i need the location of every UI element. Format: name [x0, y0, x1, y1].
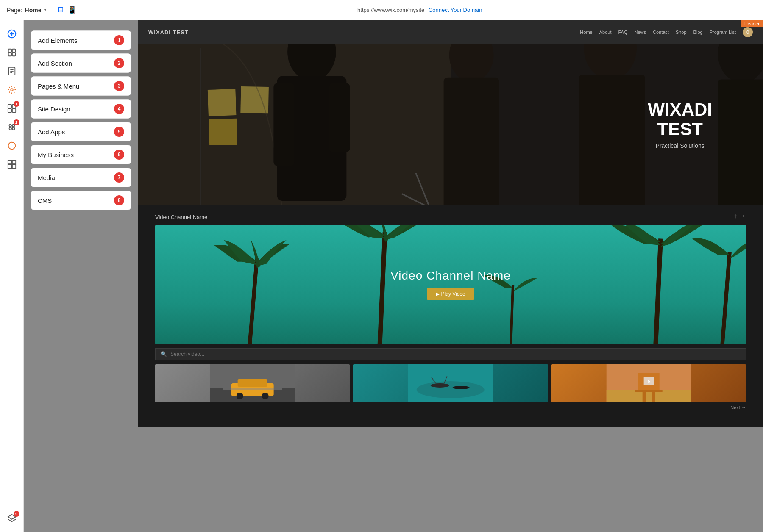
svg-point-18 — [9, 127, 11, 130]
nav-blog[interactable]: Blog — [693, 30, 703, 35]
left-panel: Add Elements 1 Add Section 2 Pages & Men… — [24, 20, 138, 532]
nav-home[interactable]: Home — [580, 30, 592, 35]
my-business-btn[interactable]: My Business 6 — [31, 145, 131, 164]
device-icons: 🖥 📱 — [56, 6, 77, 15]
nav-shop[interactable]: Shop — [676, 30, 687, 35]
url-bar: https://www.wix.com/mysite Connect Your … — [84, 7, 757, 13]
sidebar-layers-btn[interactable]: 9 — [3, 510, 20, 527]
cart-icon[interactable]: 0 — [743, 27, 753, 37]
play-video-btn[interactable]: ▶ Play Video — [427, 288, 474, 300]
sidebar-media-btn[interactable] — [3, 137, 20, 154]
sidebar-business-btn[interactable]: 2 — [3, 119, 20, 136]
more-icon[interactable]: ⋮ — [740, 213, 746, 220]
desktop-icon[interactable]: 🖥 — [56, 6, 64, 14]
page-selector[interactable]: Page: Home ▾ — [7, 7, 46, 14]
svg-rect-12 — [8, 105, 11, 108]
cms-btn[interactable]: CMS 8 — [31, 191, 131, 210]
nav-faq[interactable]: FAQ — [618, 30, 627, 35]
add-elements-btn[interactable]: Add Elements 1 — [31, 30, 131, 50]
add-section-btn[interactable]: Add Section 2 — [31, 53, 131, 73]
nav-about[interactable]: About — [599, 30, 612, 35]
nav-contact[interactable]: Contact — [653, 30, 669, 35]
canvas-area: WIXADI TEST Home About FAQ News Contact … — [138, 20, 763, 532]
thumbnail-3[interactable]: 5 — [551, 364, 746, 402]
svg-point-54 — [262, 393, 269, 399]
hero-title: WIXADI TEST — [648, 100, 712, 139]
svg-rect-66 — [642, 392, 646, 402]
sidebar-add-btn[interactable] — [3, 25, 20, 42]
icon-sidebar: 1 2 9 — [0, 20, 24, 532]
step-2-badge: 2 — [114, 58, 124, 68]
step-1-badge: 1 — [114, 35, 124, 45]
hero-section: WIXADI TEST Practical Solutions — [138, 44, 763, 205]
step-4-badge: 4 — [114, 104, 124, 114]
svg-rect-4 — [12, 49, 15, 52]
svg-rect-14 — [8, 109, 11, 112]
site-design-btn[interactable]: Site Design 4 — [31, 99, 131, 119]
svg-rect-65 — [635, 390, 662, 392]
video-title-overlay: Video Channel Name ▶ Play Video — [390, 269, 511, 300]
pages-menu-btn[interactable]: Pages & Menu 3 — [31, 76, 131, 96]
step-5-badge: 5 — [114, 127, 124, 137]
search-icon: 🔍 — [161, 351, 167, 357]
site-header: WIXADI TEST Home About FAQ News Contact … — [138, 20, 763, 44]
video-player[interactable]: Video Channel Name ▶ Play Video — [155, 225, 746, 344]
video-search-input[interactable] — [170, 351, 741, 357]
sidebar-pages-btn[interactable] — [3, 63, 20, 80]
nav-program[interactable]: Program List — [710, 30, 736, 35]
header-label: Header — [741, 20, 763, 27]
svg-point-11 — [11, 89, 13, 91]
mobile-icon[interactable]: 📱 — [67, 6, 77, 15]
thumbnail-2[interactable] — [353, 364, 548, 402]
video-section-icons: ⤴ ⋮ — [734, 213, 746, 220]
site-nav: Home About FAQ News Contact Shop Blog Pr… — [580, 27, 753, 37]
step-7-badge: 7 — [114, 172, 124, 183]
svg-point-17 — [12, 125, 14, 127]
video-section: Video Channel Name ⤴ ⋮ — [138, 205, 763, 427]
top-bar: Page: Home ▾ 🖥 📱 https://www.wix.com/mys… — [0, 0, 763, 20]
hero-subtitle: Practical Solutions — [648, 142, 712, 149]
nav-news[interactable]: News — [634, 30, 646, 35]
svg-point-53 — [237, 393, 243, 399]
svg-point-59 — [453, 386, 470, 389]
svg-rect-67 — [652, 392, 655, 402]
video-big-title: Video Channel Name — [390, 269, 511, 283]
svg-text:5: 5 — [648, 379, 650, 384]
video-thumbnails: 5 — [155, 364, 746, 402]
svg-point-57 — [417, 381, 485, 398]
site-logo: WIXADI TEST — [148, 29, 189, 36]
layers-badge: 9 — [14, 511, 19, 517]
svg-point-16 — [9, 125, 11, 127]
chevron-down-icon[interactable]: ▾ — [44, 8, 46, 12]
svg-rect-6 — [12, 53, 15, 56]
step-8-badge: 8 — [114, 195, 124, 205]
svg-rect-23 — [12, 165, 15, 168]
svg-rect-15 — [12, 109, 15, 112]
svg-rect-22 — [8, 165, 11, 168]
video-channel-name-header: Video Channel Name — [155, 214, 207, 220]
sidebar-elements-btn[interactable] — [3, 44, 20, 61]
hero-content: WIXADI TEST Practical Solutions — [648, 100, 712, 149]
connect-domain-link[interactable]: Connect Your Domain — [429, 7, 482, 13]
business-badge: 2 — [14, 119, 19, 125]
add-apps-btn[interactable]: Add Apps 5 — [31, 122, 131, 141]
sidebar-apps-btn[interactable]: 1 — [3, 100, 20, 117]
svg-rect-5 — [8, 53, 11, 56]
svg-point-58 — [431, 383, 449, 388]
video-search-bar: 🔍 — [155, 348, 746, 360]
sidebar-cms-btn[interactable] — [3, 156, 20, 173]
apps-badge: 1 — [14, 101, 19, 107]
svg-rect-21 — [12, 161, 15, 164]
share-icon[interactable]: ⤴ — [734, 213, 737, 220]
sidebar-design-btn[interactable] — [3, 81, 20, 98]
video-section-header: Video Channel Name ⤴ ⋮ — [155, 213, 746, 220]
page-name: Home — [25, 7, 42, 14]
thumbnail-1[interactable] — [155, 364, 350, 402]
step-3-badge: 3 — [114, 81, 124, 91]
media-btn[interactable]: Media 7 — [31, 168, 131, 187]
next-button[interactable]: Next → — [155, 405, 746, 410]
svg-point-19 — [12, 127, 14, 130]
svg-rect-55 — [223, 388, 282, 390]
svg-rect-3 — [8, 49, 11, 52]
step-6-badge: 6 — [114, 150, 124, 160]
